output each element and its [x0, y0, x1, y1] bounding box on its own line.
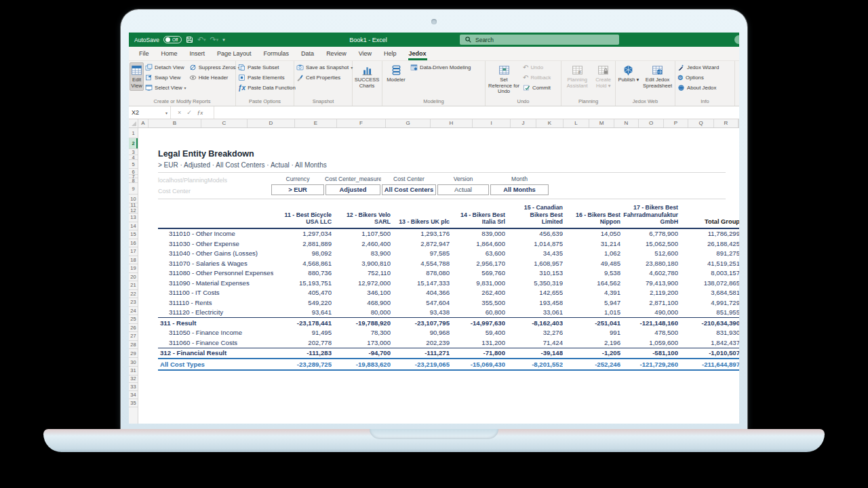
row-label-cell[interactable]: All Cost Types [158, 359, 273, 370]
value-cell[interactable]: 6,778,900 [620, 228, 678, 239]
value-cell[interactable]: 468,900 [332, 298, 391, 308]
value-cell[interactable]: 33,061 [505, 308, 563, 318]
column-header-B[interactable]: B [149, 119, 201, 127]
value-cell[interactable]: 26,188,425 [678, 239, 739, 249]
row-header-28[interactable]: 28 [129, 341, 138, 350]
row-header-15[interactable]: 15 [129, 230, 138, 239]
row-header-18[interactable]: 18 [129, 256, 138, 265]
value-cell[interactable]: 63,600 [450, 249, 505, 259]
value-cell[interactable]: 404,366 [391, 288, 450, 298]
value-cell[interactable]: 2,956,170 [450, 258, 505, 268]
ribbon-button-suppress-zeros[interactable]: Suppress Zeros▾ [188, 63, 241, 72]
quick-access-caret-icon[interactable]: ▾ [222, 37, 225, 43]
ribbon-button-rollback[interactable]: ↶Rollback [521, 73, 552, 82]
value-cell[interactable]: 93,438 [391, 308, 450, 318]
value-cell[interactable]: 12,972,000 [332, 278, 391, 288]
value-cell[interactable]: 9,538 [563, 268, 620, 279]
ribbon-button-about-jedox[interactable]: About Jedox [676, 83, 720, 92]
value-cell[interactable]: 49,485 [563, 258, 620, 268]
value-cell[interactable]: 23,880,180 [620, 258, 678, 268]
value-cell[interactable]: 310,153 [505, 268, 563, 279]
account-avatar[interactable] [734, 35, 739, 44]
value-cell[interactable]: 60,800 [450, 308, 505, 318]
value-cell[interactable]: 549,220 [273, 298, 332, 308]
column-header-R[interactable]: R [714, 119, 738, 127]
row-header-20[interactable]: 20 [129, 273, 138, 282]
value-cell[interactable]: 202,239 [391, 338, 450, 348]
value-cell[interactable]: 32,276 [505, 328, 563, 338]
value-cell[interactable]: 1,059,600 [620, 338, 678, 348]
value-cell[interactable]: -252,246 [563, 359, 620, 370]
row-header-23[interactable]: 23 [129, 298, 138, 307]
row-header-35[interactable]: 35 [129, 399, 138, 407]
value-cell[interactable]: 4,602,780 [620, 268, 678, 279]
value-cell[interactable]: 202,778 [273, 338, 332, 348]
row-label-cell[interactable]: 311120 - Electricity [158, 308, 273, 318]
search-box[interactable]: Search [460, 35, 619, 45]
value-cell[interactable]: 2,119,200 [620, 288, 678, 298]
column-header-P[interactable]: P [664, 119, 688, 127]
value-cell[interactable]: -15,069,430 [450, 359, 505, 370]
value-cell[interactable]: 9,831,000 [450, 278, 505, 288]
value-cell[interactable]: -8,201,552 [505, 359, 563, 370]
value-cell[interactable]: 878,080 [391, 268, 450, 279]
value-cell[interactable]: 4,991,729 [678, 298, 739, 308]
ribbon-button-undo[interactable]: ↶Undo [521, 63, 552, 72]
value-cell[interactable]: 1,293,176 [391, 228, 450, 239]
value-cell[interactable]: -8,162,403 [505, 318, 563, 328]
row-header-1[interactable]: 1 [129, 128, 138, 138]
value-cell[interactable]: 5,350,319 [505, 278, 563, 288]
column-header-O[interactable]: O [639, 119, 664, 127]
ribbon-button-edit-view[interactable]: Edit View [130, 62, 144, 91]
row-header-24[interactable]: 24 [129, 307, 138, 316]
value-cell[interactable]: -23,107,795 [391, 318, 450, 328]
column-header-C[interactable]: C [201, 119, 248, 127]
value-cell[interactable]: -211,644,897 [678, 359, 739, 370]
value-cell[interactable]: 2,196 [563, 338, 620, 348]
value-cell[interactable]: 93,641 [273, 308, 332, 318]
row-header-25[interactable]: 25 [129, 315, 138, 324]
value-cell[interactable]: -19,883,620 [332, 359, 391, 370]
ribbon-button-set-reference-for-undo[interactable]: Set Reference for Undo [486, 62, 521, 97]
ribbon-button-planning-assistant[interactable]: #Planning Assistant [562, 62, 592, 91]
ribbon-button-options[interactable]: ⚙Options [676, 73, 720, 82]
row-label-cell[interactable]: 311010 - Other Income [158, 228, 273, 239]
value-cell[interactable]: 991 [563, 328, 620, 338]
value-cell[interactable]: 31,214 [563, 239, 620, 249]
value-cell[interactable]: 4,554,788 [391, 258, 450, 268]
row-header-14[interactable]: 14 [129, 222, 138, 231]
value-cell[interactable]: 569,760 [450, 268, 505, 279]
column-header-G[interactable]: G [386, 119, 431, 127]
filter-value-dropdown[interactable]: All Cost Centers [382, 184, 436, 195]
row-label-cell[interactable]: 311080 - Other Personnel Expenses [158, 268, 273, 279]
column-header-D[interactable]: D [248, 119, 295, 127]
redo-icon[interactable]: ↷▾ [210, 36, 219, 43]
filter-value-dropdown[interactable]: All Months [490, 184, 549, 195]
value-cell[interactable]: 80,000 [332, 308, 391, 318]
value-cell[interactable]: 83,900 [332, 249, 391, 259]
autosave-toggle[interactable]: Off [163, 36, 182, 43]
value-cell[interactable]: 1,062 [563, 249, 620, 259]
tab-file[interactable]: File [133, 47, 155, 60]
value-cell[interactable]: -581,100 [620, 348, 678, 359]
value-cell[interactable]: 3,684,581 [678, 288, 739, 298]
column-header-E[interactable]: E [295, 119, 337, 127]
value-cell[interactable]: -14,997,630 [450, 318, 505, 328]
tab-formulas[interactable]: Formulas [258, 47, 296, 60]
row-label-cell[interactable]: 311050 - Finance Income [158, 328, 273, 338]
value-cell[interactable]: 1,107,500 [332, 228, 391, 239]
ribbon-button-paste-elements[interactable]: Paste Elements [237, 73, 297, 82]
row-header-31[interactable]: 31 [129, 367, 138, 375]
value-cell[interactable]: 90,968 [391, 328, 450, 338]
ribbon-button-paste-subset[interactable]: Paste Subset [237, 63, 297, 72]
value-cell[interactable]: 98,092 [273, 249, 332, 259]
row-header-4[interactable]: 4 [129, 155, 138, 160]
row-label-cell[interactable]: 311110 - Rents [158, 298, 273, 308]
ribbon-button-jedox-wizard[interactable]: Jedox Wizard [676, 63, 720, 72]
column-header-F[interactable]: F [337, 119, 386, 127]
value-cell[interactable]: 1,608,957 [505, 258, 563, 268]
value-cell[interactable]: 173,000 [332, 338, 391, 348]
row-header-34[interactable]: 34 [129, 391, 138, 399]
value-cell[interactable]: 3,900,810 [332, 258, 391, 268]
value-cell[interactable]: 346,100 [332, 288, 391, 298]
